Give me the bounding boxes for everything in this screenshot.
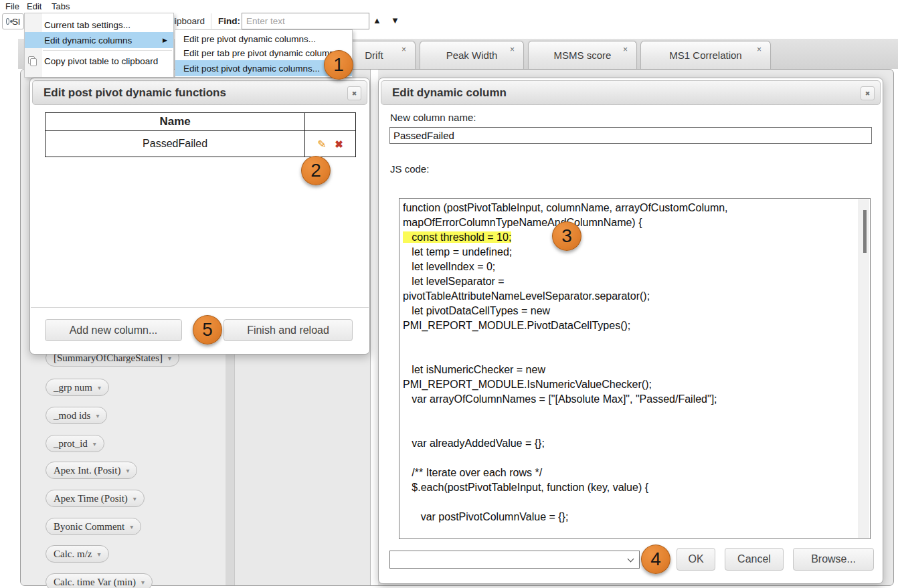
menu-item-label: Edit post pivot dynamic columns... [175,64,320,74]
pill-label: Apex Time (Posit) [54,493,128,504]
tab-label: Drift [365,50,383,61]
pill-label: Byonic Comment [54,521,124,532]
js-code-label: JS code: [390,163,429,175]
table-header-name: Name [46,113,305,131]
delete-cross-icon[interactable]: ✖ [335,138,343,150]
dialog-separator [31,307,369,308]
sidebar-item-calc-mz[interactable]: Calc. m/z ▾ [46,545,109,563]
sidebar-item-prot-id[interactable]: _prot_id ▾ [46,435,104,452]
close-icon[interactable]: ✖ [861,86,875,100]
close-icon[interactable]: ✖ [347,86,361,100]
chevron-down-icon: ▾ [98,384,101,391]
cancel-button[interactable]: Cancel [725,548,784,571]
sidebar-item-calc-time-var[interactable]: Calc. time Var (min) ▾ [46,573,153,588]
pill-label: _grp num [54,382,92,393]
js-code-box[interactable]: function (postPivotTableInput, columnNam… [399,198,871,539]
menu-file[interactable]: File [3,1,22,11]
tab-close-icon[interactable]: × [510,45,515,54]
sidebar-item-grp-num[interactable]: _grp num ▾ [46,379,109,396]
chevron-down-icon: ▾ [130,523,133,530]
ok-button[interactable]: OK [677,548,715,571]
sidebar-item-apex-time[interactable]: Apex Time (Posit) ▾ [46,490,145,507]
edit-post-pivot-functions-dialog: Edit post pivot dynamic functions ✖ Name… [29,78,370,355]
chevron-down-icon: ▾ [96,412,99,419]
tab-label: Peak Width [446,50,498,61]
menu-item-label: Current tab settings... [25,20,130,30]
find-next-button[interactable]: ▼ [391,15,399,25]
dialog-header[interactable]: Edit dynamic column ✖ [381,80,881,105]
tab-label: MSMS score [554,50,612,61]
menu-item-label: Copy pivot table to clipboard [25,56,158,66]
sidebar-item-apex-int[interactable]: Apex Int. (Posit) ▾ [46,462,137,479]
dialog-title: Edit dynamic column [381,86,507,100]
add-new-column-button[interactable]: Add new column... [45,319,182,341]
pill-label: Apex Int. (Posit) [54,465,120,476]
edit-pencil-icon[interactable]: ✎ [317,138,326,150]
chevron-down-icon: ▾ [126,467,129,474]
menu-item-copy-pivot-table[interactable]: Copy pivot table to clipboard [25,52,173,70]
menu-separator [43,50,172,51]
tab-peak-width[interactable]: Peak Width × [420,41,524,69]
code-scrollbar[interactable] [859,199,869,538]
chevron-down-icon: ▾ [133,495,137,502]
menu-bar: File Edit Tabs [0,0,898,13]
select-chevron-icon [628,556,634,563]
pill-label: _prot_id [54,438,88,450]
edit-menu-dropdown: Current tab settings... Edit dynamic col… [24,13,174,78]
tab-label: MS1 Correlation [669,50,741,61]
toolbar-separator [211,13,211,29]
menu-item-current-tab-settings[interactable]: Current tab settings... [25,17,173,32]
find-label: Find: [218,16,240,26]
app-window: { "menu_bar": { "items": ["File", "Edit"… [0,0,898,588]
pill-label: Calc. m/z [54,549,92,560]
dialog-header[interactable]: Edit post pivot dynamic functions ✖ [32,80,367,105]
new-column-name-label: New column name: [390,112,476,123]
menu-edit[interactable]: Edit [24,1,44,11]
pill-label: _mod ids [54,410,90,421]
dialog-title: Edit post pivot dynamic functions [33,86,226,100]
menu-item-label: Edit per tab pre pivot dynamic column... [175,48,342,58]
code-scrollbar-thumb[interactable] [863,210,867,253]
edit-dynamic-column-dialog: Edit dynamic column ✖ New column name: J… [378,78,883,584]
js-code-text: function (postPivotTableInput, columnNam… [403,201,857,537]
annotation-badge-5: 5 [193,315,222,345]
submenu-arrow-icon: ▶ [163,37,167,43]
tab-msms-score[interactable]: MSMS score × [528,41,637,69]
tab-close-icon[interactable]: × [401,45,406,54]
show-button-label: Sl [12,17,20,27]
tab-close-icon[interactable]: × [623,45,628,54]
table-header-actions [305,113,356,131]
chevron-down-icon: ▾ [97,551,100,558]
eye-icon [6,18,9,25]
find-input[interactable] [242,13,369,29]
sidebar-item-byonic-comment[interactable]: Byonic Comment ▾ [46,518,141,535]
annotation-badge-3: 3 [552,221,581,251]
menu-item-label: Edit dynamic columns [25,35,132,45]
new-column-name-input[interactable] [389,127,872,144]
pill-label: Calc. time Var (min) [54,577,136,588]
footer-select[interactable] [389,551,640,569]
show-button[interactable]: Sl [2,13,24,29]
tab-close-icon[interactable]: × [757,45,761,54]
tab-ms1-correlation[interactable]: MS1 Correlation × [640,41,771,69]
annotation-badge-1: 1 [324,50,353,80]
table-row: PassedFailed ✎ ✖ [46,131,356,157]
menu-item-edit-pre-pivot[interactable]: Edit pre pivot dynamic columns... [175,32,352,46]
chevron-down-icon: ▾ [141,579,145,586]
finish-and-reload-button[interactable]: Finish and reload [223,319,353,341]
browse-button[interactable]: Browse... [793,548,874,571]
menu-item-edit-dynamic-columns[interactable]: Edit dynamic columns ▶ [25,32,173,48]
menu-tabs[interactable]: Tabs [49,1,72,11]
clipboard-button-fragment[interactable]: lipboard [173,16,205,26]
function-name-cell: PassedFailed [46,131,305,157]
annotation-badge-2: 2 [301,156,331,185]
middle-scroll-strip [370,70,378,585]
sidebar-item-mod-ids[interactable]: _mod ids ▾ [46,407,107,424]
menu-item-label: Edit pre pivot dynamic columns... [175,34,316,44]
annotation-badge-4: 4 [641,545,670,574]
chevron-down-icon: ▾ [93,440,96,448]
find-prev-button[interactable]: ▲ [373,15,381,25]
functions-table: Name PassedFailed ✎ ✖ [45,112,356,157]
chevron-down-icon: ▾ [168,355,171,362]
copy-icon [28,56,37,66]
